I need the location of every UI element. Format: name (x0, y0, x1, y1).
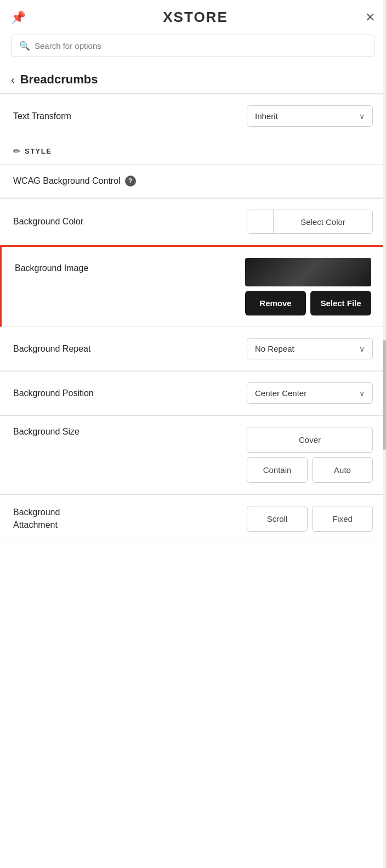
wcag-label: WCAG Background Control (13, 176, 121, 186)
scrollbar[interactable] (383, 0, 386, 868)
scrollbar-thumb[interactable] (383, 340, 386, 450)
scroll-button[interactable]: Scroll (247, 506, 308, 532)
contain-button[interactable]: Contain (247, 457, 308, 483)
style-section-header: ✏ STYLE (0, 138, 386, 165)
background-repeat-value: No Repeat (255, 344, 294, 353)
background-size-label: Background Size (13, 427, 80, 437)
background-position-label: Background Position (13, 388, 94, 398)
wcag-info-icon[interactable]: ? (125, 176, 136, 187)
back-arrow-icon[interactable]: ‹ (11, 74, 15, 86)
background-repeat-dropdown[interactable]: No Repeat ∨ (247, 338, 373, 359)
color-swatch (247, 210, 274, 233)
background-image-preview (245, 258, 371, 286)
fixed-button[interactable]: Fixed (312, 506, 373, 532)
background-repeat-row: Background Repeat No Repeat ∨ (0, 327, 386, 371)
background-image-row: Background Image Remove Select File (0, 245, 386, 327)
text-transform-label: Text Transform (13, 111, 71, 121)
chevron-down-icon: ∨ (359, 112, 365, 121)
background-image-controls: Remove Select File (245, 258, 371, 315)
background-position-row: Background Position Center Center ∨ (0, 371, 386, 415)
remove-button[interactable]: Remove (245, 291, 306, 315)
background-color-row: Background Color Select Color (0, 199, 386, 245)
chevron-down-icon2: ∨ (359, 345, 365, 353)
header: 📌 XSTORE ✕ (0, 0, 386, 35)
text-transform-row: Text Transform Inherit ∨ (0, 94, 386, 138)
auto-button[interactable]: Auto (312, 457, 373, 483)
select-color-label: Select Color (274, 217, 372, 227)
background-size-buttons: Cover Contain Auto (247, 427, 373, 483)
chevron-down-icon3: ∨ (359, 389, 365, 398)
logo: XSTORE (26, 9, 365, 26)
background-image-label: Background Image (15, 258, 88, 273)
background-position-value: Center Center (255, 388, 306, 398)
cover-button[interactable]: Cover (247, 427, 373, 453)
background-attachment-row: Background Attachment Scroll Fixed (0, 495, 386, 543)
background-image-buttons: Remove Select File (245, 291, 371, 315)
background-position-dropdown[interactable]: Center Center ∨ (247, 382, 373, 404)
text-transform-value: Inherit (255, 111, 278, 121)
background-attachment-buttons: Scroll Fixed (247, 506, 373, 532)
background-size-row: Background Size Cover Contain Auto (0, 416, 386, 494)
text-transform-dropdown[interactable]: Inherit ∨ (247, 105, 373, 127)
background-color-label: Background Color (13, 217, 83, 227)
close-icon[interactable]: ✕ (365, 10, 375, 25)
search-bar[interactable]: 🔍 (11, 35, 375, 57)
background-attachment-label: Background Attachment (13, 506, 60, 531)
search-icon: 🔍 (19, 41, 30, 51)
breadcrumb-title: Breadcrumbs (20, 72, 98, 87)
wcag-row: WCAG Background Control ? (0, 165, 386, 198)
pin-icon[interactable]: 📌 (11, 10, 26, 25)
background-repeat-label: Background Repeat (13, 344, 90, 354)
select-file-button[interactable]: Select File (310, 291, 371, 315)
background-size-row-two: Contain Auto (247, 457, 373, 483)
search-input[interactable] (35, 41, 367, 50)
breadcrumb: ‹ Breadcrumbs (0, 66, 386, 94)
pencil-icon: ✏ (13, 146, 20, 156)
style-section-label: STYLE (25, 147, 52, 155)
color-picker-button[interactable]: Select Color (247, 210, 373, 234)
